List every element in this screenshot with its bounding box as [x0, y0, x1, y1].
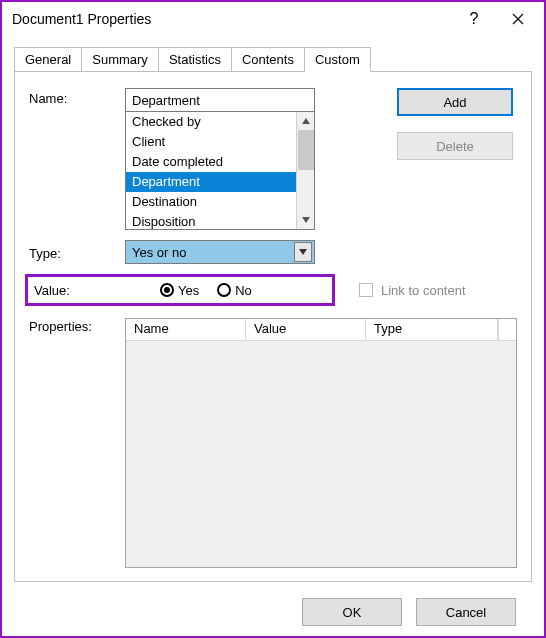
- tab-contents[interactable]: Contents: [231, 47, 305, 72]
- svg-marker-4: [299, 249, 307, 255]
- scroll-down-icon[interactable]: [297, 211, 314, 229]
- dialog-window: Document1 Properties ? General Summary S…: [0, 0, 546, 638]
- col-name[interactable]: Name: [126, 319, 246, 340]
- properties-row: Properties: Name Value Type: [29, 316, 517, 571]
- list-item[interactable]: Destination: [126, 192, 296, 212]
- name-input[interactable]: [125, 88, 315, 112]
- properties-table[interactable]: Name Value Type: [125, 318, 517, 568]
- chevron-down-icon: [294, 242, 312, 262]
- col-value[interactable]: Value: [246, 319, 366, 340]
- window-title: Document1 Properties: [12, 11, 452, 27]
- add-button[interactable]: Add: [397, 88, 513, 116]
- properties-table-header: Name Value Type: [126, 319, 516, 341]
- radio-icon: [217, 283, 231, 297]
- list-item-selected[interactable]: Department: [126, 172, 296, 192]
- list-item[interactable]: Checked by: [126, 112, 296, 132]
- close-button[interactable]: [496, 4, 540, 34]
- tab-strip: General Summary Statistics Contents Cust…: [14, 46, 532, 72]
- radio-icon: [160, 283, 174, 297]
- help-icon: ?: [470, 10, 479, 28]
- titlebar: Document1 Properties ?: [2, 2, 544, 36]
- col-spacer: [498, 319, 516, 340]
- client-area: General Summary Statistics Contents Cust…: [2, 36, 544, 636]
- tab-panel-custom: Name: Checked by Client Date completed D…: [14, 72, 532, 582]
- properties-table-body: [126, 341, 516, 567]
- value-radio-group: Yes No: [160, 283, 252, 298]
- delete-button: Delete: [397, 132, 513, 160]
- list-item[interactable]: Client: [126, 132, 296, 152]
- col-type[interactable]: Type: [366, 319, 498, 340]
- dialog-footer: OK Cancel: [14, 588, 532, 636]
- name-listbox[interactable]: Checked by Client Date completed Departm…: [125, 112, 315, 230]
- type-select-value: Yes or no: [132, 245, 186, 260]
- svg-marker-3: [302, 217, 310, 223]
- type-row: Type: Yes or no: [29, 240, 517, 264]
- name-listbox-items: Checked by Client Date completed Departm…: [126, 112, 296, 229]
- help-button[interactable]: ?: [452, 4, 496, 34]
- type-label: Type:: [29, 243, 125, 261]
- radio-no[interactable]: No: [217, 283, 252, 298]
- ok-button[interactable]: OK: [302, 598, 402, 626]
- svg-marker-2: [302, 118, 310, 124]
- link-to-content-row: Link to content: [359, 283, 466, 298]
- name-row: Name: Checked by Client Date completed D…: [29, 88, 517, 230]
- tab-custom[interactable]: Custom: [304, 47, 371, 72]
- radio-yes[interactable]: Yes: [160, 283, 199, 298]
- value-row-highlight: Value: Yes No: [25, 274, 335, 306]
- name-label: Name:: [29, 88, 125, 106]
- value-label: Value:: [34, 283, 126, 298]
- list-item[interactable]: Date completed: [126, 152, 296, 172]
- link-to-content-checkbox: [359, 283, 373, 297]
- scroll-up-icon[interactable]: [297, 112, 314, 130]
- close-icon: [512, 13, 524, 25]
- tab-general[interactable]: General: [14, 47, 82, 72]
- scroll-track[interactable]: [298, 130, 314, 211]
- properties-label: Properties:: [29, 316, 125, 334]
- listbox-scrollbar[interactable]: [296, 112, 314, 229]
- button-column: Add Delete: [397, 88, 517, 160]
- tab-summary[interactable]: Summary: [81, 47, 159, 72]
- list-item[interactable]: Disposition: [126, 212, 296, 229]
- value-and-link-row: Value: Yes No Link to content: [29, 274, 517, 306]
- radio-no-label: No: [235, 283, 252, 298]
- tab-statistics[interactable]: Statistics: [158, 47, 232, 72]
- scroll-thumb[interactable]: [298, 130, 314, 170]
- type-select[interactable]: Yes or no: [125, 240, 315, 264]
- name-column: Checked by Client Date completed Departm…: [125, 88, 315, 230]
- cancel-button[interactable]: Cancel: [416, 598, 516, 626]
- link-to-content-label: Link to content: [381, 283, 466, 298]
- radio-yes-label: Yes: [178, 283, 199, 298]
